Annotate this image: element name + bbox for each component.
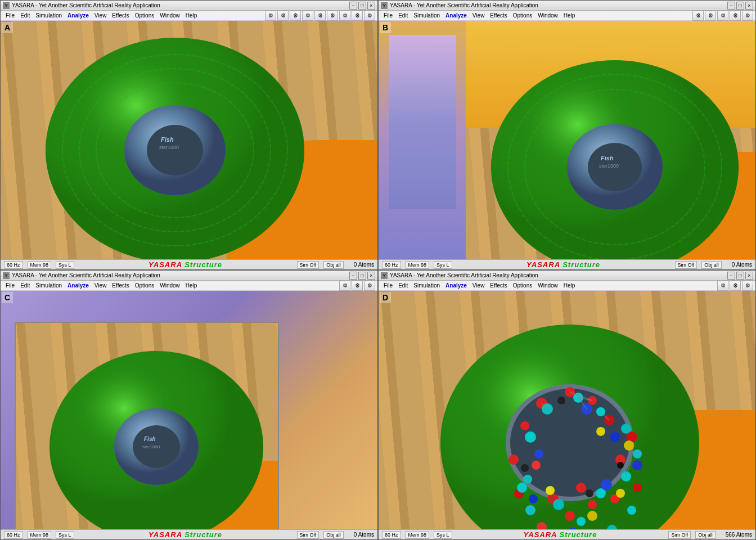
minimize-btn-a[interactable]: − [349, 2, 357, 10]
menu-simulation-a[interactable]: Simulation [33, 11, 65, 20]
menu-analyze-c[interactable]: Analyze [65, 281, 92, 290]
menu-file-b[interactable]: File [381, 11, 395, 20]
tape-svg-b: Fish ster1000 [379, 21, 755, 259]
maximize-btn-b[interactable]: □ [736, 2, 744, 10]
close-btn-d[interactable]: × [745, 272, 753, 280]
tape-svg-a: Fish ster1000 [1, 21, 377, 259]
menu-window-c[interactable]: Window [157, 281, 183, 290]
hz-d: 60 Hz [382, 531, 401, 539]
tool-btn-2a[interactable]: ⚙ [277, 11, 289, 21]
svg-point-34 [520, 421, 529, 430]
menu-effects-d[interactable]: Effects [487, 281, 510, 290]
svg-point-40 [588, 500, 597, 509]
maximize-btn-a[interactable]: □ [358, 2, 366, 10]
menu-edit-d[interactable]: Edit [395, 281, 411, 290]
tool-btn-3c[interactable]: ⚙ [364, 281, 375, 291]
title-text-b: YASARA - Yet Another Scientific Artifici… [390, 2, 727, 8]
menu-help-c[interactable]: Help [183, 281, 200, 290]
title-text-c: YASARA - Yet Another Scientific Artifici… [12, 272, 349, 278]
menu-options-a[interactable]: Options [132, 11, 157, 20]
tool-btn-1a[interactable]: ⚙ [265, 11, 276, 21]
tool-btn-3d[interactable]: ⚙ [742, 281, 753, 291]
window-d: Y YASARA - Yet Another Scientific Artifi… [378, 270, 756, 540]
menu-view-a[interactable]: View [92, 11, 110, 20]
menu-help-d[interactable]: Help [561, 281, 578, 290]
tool-btn-5b[interactable]: ⚙ [742, 11, 753, 21]
svg-point-53 [633, 449, 642, 458]
tool-btn-9a[interactable]: ⚙ [364, 11, 375, 21]
menu-edit-b[interactable]: Edit [395, 11, 411, 20]
tool-btn-4a[interactable]: ⚙ [302, 11, 313, 21]
menu-file-d[interactable]: File [381, 281, 395, 290]
close-btn-c[interactable]: × [367, 272, 375, 280]
corner-label-c: C [2, 292, 13, 303]
tool-btn-3b[interactable]: ⚙ [717, 11, 728, 21]
menu-file-c[interactable]: File [3, 281, 17, 290]
tool-btn-2c[interactable]: ⚙ [352, 281, 363, 291]
minimize-btn-b[interactable]: − [727, 2, 735, 10]
yasara-logo-a: YASARA Structure [79, 260, 292, 269]
svg-point-72 [624, 440, 634, 451]
tool-btn-3a[interactable]: ⚙ [290, 11, 301, 21]
menu-edit-a[interactable]: Edit [17, 11, 33, 20]
menu-analyze-d[interactable]: Analyze [443, 281, 470, 290]
menu-effects-b[interactable]: Effects [487, 11, 510, 20]
svg-point-78 [617, 462, 624, 469]
menu-effects-a[interactable]: Effects [109, 11, 132, 20]
svg-point-58 [627, 506, 636, 515]
menu-window-d[interactable]: Window [535, 281, 561, 290]
menu-simulation-c[interactable]: Simulation [33, 281, 65, 290]
svg-point-55 [523, 475, 532, 484]
atoms-a: 0 Atoms [354, 262, 374, 268]
menu-file-a[interactable]: File [3, 11, 17, 20]
menu-help-b[interactable]: Help [561, 11, 578, 20]
close-btn-b[interactable]: × [745, 2, 753, 10]
tool-btn-6a[interactable]: ⚙ [327, 11, 338, 21]
mem-c: Mem 98 [28, 531, 52, 539]
menu-options-d[interactable]: Options [510, 281, 535, 290]
maximize-btn-c[interactable]: □ [358, 272, 366, 280]
close-btn-a[interactable]: × [367, 2, 375, 10]
window-controls-b[interactable]: − □ × [727, 2, 753, 10]
tool-btn-2d[interactable]: ⚙ [730, 281, 741, 291]
svg-text:Fish: Fish [601, 155, 614, 161]
menu-options-c[interactable]: Options [132, 281, 157, 290]
svg-point-69 [529, 494, 538, 503]
svg-point-68 [601, 479, 612, 490]
window-controls-c[interactable]: − □ × [349, 272, 375, 280]
tool-btn-1d[interactable]: ⚙ [717, 281, 728, 291]
mem-d: Mem 98 [406, 531, 430, 539]
menu-options-b[interactable]: Options [510, 11, 535, 20]
menu-simulation-d[interactable]: Simulation [411, 281, 443, 290]
menu-view-b[interactable]: View [470, 11, 488, 20]
menu-analyze-b[interactable]: Analyze [443, 11, 470, 20]
tool-btn-5a[interactable]: ⚙ [314, 11, 326, 21]
menu-view-c[interactable]: View [92, 281, 110, 290]
maximize-btn-d[interactable]: □ [736, 272, 744, 280]
menu-view-d[interactable]: View [470, 281, 488, 290]
menu-effects-c[interactable]: Effects [109, 281, 132, 290]
window-controls-a[interactable]: − □ × [349, 2, 375, 10]
tool-btn-4b[interactable]: ⚙ [730, 11, 741, 21]
title-text-a: YASARA - Yet Another Scientific Artifici… [12, 2, 349, 8]
minimize-btn-c[interactable]: − [349, 272, 357, 280]
tool-btn-1b[interactable]: ⚙ [692, 11, 704, 21]
tool-btn-2b[interactable]: ⚙ [705, 11, 716, 21]
svg-point-44 [633, 483, 642, 492]
tool-btn-8a[interactable]: ⚙ [352, 11, 363, 21]
sys-b: Sys L [434, 261, 452, 269]
menu-window-a[interactable]: Window [157, 11, 183, 20]
menu-analyze-a[interactable]: Analyze [65, 11, 92, 20]
yasara-logo-b: YASARA Structure [457, 260, 670, 269]
menu-help-a[interactable]: Help [183, 11, 200, 20]
menu-window-b[interactable]: Window [535, 11, 561, 20]
corner-label-b: B [380, 22, 391, 33]
tool-btn-7a[interactable]: ⚙ [339, 11, 350, 21]
menu-edit-c[interactable]: Edit [17, 281, 33, 290]
window-controls-d[interactable]: − □ × [727, 272, 753, 280]
minimize-btn-d[interactable]: − [727, 272, 735, 280]
hz-b: 60 Hz [382, 261, 401, 269]
menu-simulation-b[interactable]: Simulation [411, 11, 443, 20]
sim-b: Sim Off [675, 261, 698, 269]
tool-btn-1c[interactable]: ⚙ [339, 281, 350, 291]
